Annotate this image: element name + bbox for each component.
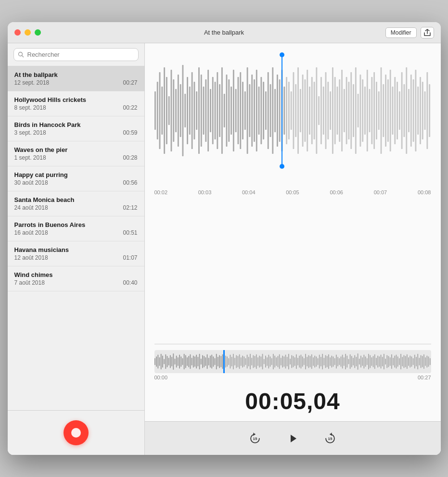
svg-rect-296 <box>425 357 426 366</box>
svg-rect-36 <box>237 77 239 144</box>
svg-rect-249 <box>353 358 354 365</box>
maximize-button[interactable] <box>35 29 41 36</box>
svg-rect-285 <box>408 357 409 366</box>
svg-rect-57 <box>286 77 287 144</box>
record-button[interactable] <box>64 420 89 445</box>
svg-rect-66 <box>307 70 308 151</box>
recording-item[interactable]: Waves on the pier 1 sept. 2018 00:28 <box>8 141 144 166</box>
svg-rect-140 <box>185 355 186 368</box>
svg-rect-242 <box>342 355 343 369</box>
share-button[interactable] <box>421 27 434 38</box>
svg-rect-200 <box>277 356 278 367</box>
svg-rect-240 <box>339 358 340 365</box>
svg-rect-139 <box>183 354 184 369</box>
svg-rect-292 <box>419 358 420 365</box>
svg-rect-92 <box>366 70 368 151</box>
svg-rect-258 <box>366 358 367 365</box>
recording-item[interactable]: At the ballpark 12 sept. 2018 00:27 <box>8 66 144 91</box>
svg-rect-259 <box>368 354 369 369</box>
svg-text:15: 15 <box>328 436 333 440</box>
svg-rect-188 <box>259 355 260 367</box>
recording-date: 30 août 2018 <box>14 179 48 186</box>
svg-rect-278 <box>397 356 398 367</box>
svg-rect-40 <box>246 67 248 154</box>
time-label: 00:06 <box>330 189 343 195</box>
recording-item[interactable]: Happy cat purring 30 août 2018 00:56 <box>8 166 144 191</box>
svg-rect-135 <box>177 357 178 366</box>
svg-rect-216 <box>302 356 303 367</box>
recording-meta: 12 août 2018 01:07 <box>14 254 138 261</box>
close-button[interactable] <box>14 29 21 36</box>
svg-rect-18 <box>196 91 197 130</box>
svg-rect-253 <box>358 359 359 365</box>
recording-name: Parrots in Buenos Aires <box>14 221 138 228</box>
modifier-button[interactable]: Modifier <box>385 27 417 38</box>
minimize-button[interactable] <box>25 29 31 36</box>
svg-rect-262 <box>372 356 373 367</box>
search-input[interactable] <box>13 48 139 61</box>
svg-rect-274 <box>391 354 392 369</box>
svg-rect-186 <box>256 354 256 369</box>
svg-rect-16 <box>191 72 192 149</box>
svg-rect-85 <box>350 72 352 149</box>
svg-rect-247 <box>349 354 350 369</box>
svg-rect-174 <box>237 356 238 367</box>
time-label: 00:04 <box>242 189 256 195</box>
svg-rect-176 <box>240 357 241 366</box>
svg-rect-177 <box>242 355 243 367</box>
svg-rect-218 <box>305 354 306 369</box>
svg-rect-199 <box>276 357 277 366</box>
svg-rect-211 <box>294 357 295 366</box>
sidebar: At the ballpark 12 sept. 2018 00:27 Holl… <box>8 43 145 455</box>
svg-rect-59 <box>290 91 292 130</box>
recordings-list: At the ballpark 12 sept. 2018 00:27 Holl… <box>8 66 144 410</box>
svg-rect-100 <box>385 75 386 147</box>
svg-rect-223 <box>313 357 314 366</box>
play-button[interactable] <box>282 428 303 449</box>
recording-item[interactable]: Birds in Hancock Park 3 sept. 2018 00:59 <box>8 116 144 141</box>
svg-rect-252 <box>357 353 358 370</box>
controls-bar: 15 15 <box>145 421 441 455</box>
svg-rect-105 <box>397 82 398 139</box>
svg-rect-107 <box>401 72 402 149</box>
main-content: At the ballpark 12 sept. 2018 00:27 Holl… <box>8 43 441 455</box>
svg-rect-123 <box>159 357 160 366</box>
svg-rect-31 <box>226 75 227 147</box>
svg-rect-133 <box>174 359 175 365</box>
mini-time-end: 00:27 <box>418 375 431 380</box>
svg-rect-282 <box>403 355 404 368</box>
svg-rect-68 <box>311 77 312 144</box>
svg-rect-7 <box>170 70 172 151</box>
recording-item[interactable]: Hollywood Hills crickets 8 sept. 2018 00… <box>8 91 144 116</box>
svg-rect-238 <box>335 355 336 369</box>
rewind-button[interactable]: 15 <box>247 431 263 446</box>
recording-item[interactable]: Parrots in Buenos Aires 16 août 2018 00:… <box>8 216 144 241</box>
svg-rect-33 <box>230 87 232 135</box>
svg-rect-232 <box>326 356 327 367</box>
svg-rect-60 <box>293 72 294 149</box>
svg-rect-56 <box>283 87 285 135</box>
svg-rect-173 <box>236 355 237 368</box>
recording-item[interactable]: Wind chimes 7 août 2018 00:40 <box>8 266 144 291</box>
svg-rect-111 <box>410 75 411 147</box>
recording-item[interactable]: Santa Monica beach 24 août 2018 02:12 <box>8 191 144 216</box>
recording-meta: 24 août 2018 02:12 <box>14 204 138 211</box>
mini-waveform-svg <box>154 350 431 373</box>
recording-item[interactable]: Havana musicians 12 août 2018 01:07 <box>8 241 144 266</box>
svg-text:15: 15 <box>253 436 257 440</box>
svg-rect-117 <box>424 91 425 130</box>
svg-rect-281 <box>402 357 403 366</box>
svg-rect-46 <box>260 77 262 144</box>
svg-rect-13 <box>184 94 186 127</box>
svg-rect-75 <box>327 82 329 139</box>
svg-rect-185 <box>254 356 255 367</box>
svg-rect-144 <box>191 358 192 365</box>
svg-rect-129 <box>168 358 169 365</box>
svg-rect-45 <box>258 87 259 135</box>
svg-rect-47 <box>263 82 264 139</box>
svg-rect-280 <box>400 354 401 369</box>
forward-button[interactable]: 15 <box>322 431 338 446</box>
svg-rect-86 <box>353 84 354 137</box>
svg-rect-63 <box>299 89 301 132</box>
svg-rect-244 <box>345 354 346 369</box>
